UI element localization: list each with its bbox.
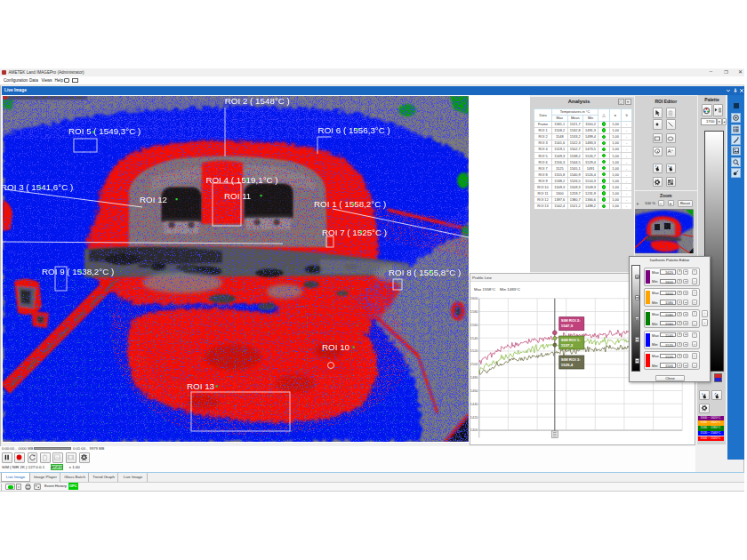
svg-text:ROI 7 ( 1525°C ): ROI 7 ( 1525°C ) (322, 228, 387, 237)
svg-text:1520: 1520 (470, 348, 478, 353)
svg-text:ROI 3 ( 1541,6°C ): ROI 3 ( 1541,6°C ) (3, 182, 73, 192)
svg-text:1440: 1440 (470, 402, 478, 406)
svg-text:1560: 1560 (470, 323, 478, 327)
svg-text:ROI 4 ( 1519,1°C ): ROI 4 ( 1519,1°C ) (205, 175, 277, 185)
svg-text:SIM ROI 1:: SIM ROI 1: (560, 338, 580, 342)
svg-text:1540: 1540 (470, 336, 478, 340)
svg-text:SIM ROI 3:: SIM ROI 3: (560, 357, 580, 362)
svg-text:SIM ROI 2:: SIM ROI 2: (560, 318, 580, 323)
svg-text:1580: 1580 (470, 309, 478, 314)
svg-text:ROI 10: ROI 10 (322, 342, 350, 352)
svg-text:ROI 2 ( 1548°C ): ROI 2 ( 1548°C ) (225, 96, 290, 106)
svg-text:1500: 1500 (470, 362, 478, 366)
svg-text:1547,9: 1547,9 (560, 324, 573, 328)
svg-text:1480: 1480 (470, 375, 478, 380)
svg-text:ROI 6 ( 1556,3°C ): ROI 6 ( 1556,3°C ) (318, 125, 390, 135)
svg-text:ROI 13: ROI 13 (187, 381, 215, 391)
svg-text:1420: 1420 (470, 415, 478, 420)
svg-text:1460: 1460 (470, 388, 478, 393)
svg-text:1600: 1600 (470, 296, 478, 300)
svg-text:1400: 1400 (470, 428, 478, 432)
svg-text:1529,4: 1529,4 (560, 363, 573, 367)
svg-text:ROI 9 ( 1538,2°C ): ROI 9 ( 1538,2°C ) (42, 267, 114, 276)
svg-text:ROI 5 ( 1549,3°C ): ROI 5 ( 1549,3°C ) (68, 126, 141, 136)
svg-text:ROI 12: ROI 12 (140, 195, 167, 204)
svg-text:1537,2: 1537,2 (560, 343, 573, 348)
svg-text:ROI 11: ROI 11 (224, 191, 251, 201)
svg-text:ROI 8 ( 1555,8°C ): ROI 8 ( 1555,8°C ) (389, 268, 461, 277)
svg-text:+: + (671, 148, 674, 152)
svg-text:ROI 1 ( 1558,2°C ): ROI 1 ( 1558,2°C ) (314, 199, 386, 209)
